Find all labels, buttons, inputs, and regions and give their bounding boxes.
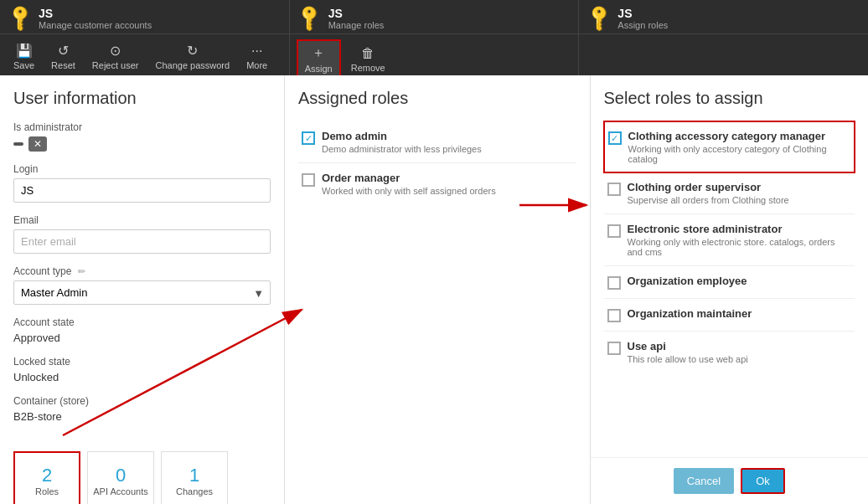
change-pw-icon: ↻ <box>187 43 198 59</box>
reset-button[interactable]: ↺ Reset <box>44 39 82 74</box>
list-item: Use api This role allow to use web api <box>604 332 855 373</box>
app-name-middle: JS <box>328 7 385 20</box>
app-subtitle-middle: Manage roles <box>328 20 385 30</box>
role-name-r1: Clothing order supervisor <box>628 181 852 193</box>
role-desc-r2: Working only with electronic store. cata… <box>628 237 852 257</box>
list-item: Electronic store administrator Working o… <box>604 214 855 266</box>
assign-label: Assign <box>305 64 333 74</box>
roles-label: Roles <box>35 486 59 496</box>
app-subtitle-right: Assign roles <box>617 20 668 30</box>
container-label: Container (store) <box>13 395 271 407</box>
reject-icon: ⊙ <box>110 43 121 59</box>
changes-label: Changes <box>176 486 213 496</box>
app-name-left: JS <box>39 7 152 20</box>
header-text-middle: JS Manage roles <box>328 7 385 30</box>
login-field: Login <box>13 163 271 203</box>
roles-count: 2 <box>42 465 52 486</box>
list-item: Clothing accessory category manager Work… <box>603 121 856 173</box>
list-item: Organization maintainer <box>604 299 855 332</box>
save-label: Save <box>13 60 34 70</box>
role-info-r5: Use api This role allow to use web api <box>628 340 852 364</box>
roles-tile[interactable]: 2 Roles <box>13 451 80 504</box>
remove-button[interactable]: 🗑 Remove <box>344 43 392 76</box>
app-subtitle-left: Manage customer accounts <box>39 20 152 30</box>
save-icon: 💾 <box>16 43 33 59</box>
role-desc-r1: Supervise all orders from Clothing store <box>628 195 852 205</box>
reject-user-button[interactable]: ⊙ Reject user <box>85 39 146 74</box>
changes-tile[interactable]: 1 Changes <box>161 451 228 504</box>
panel-middle: Assigned roles Demo admin Demo administr… <box>285 75 591 504</box>
account-type-label: Account type ✏ <box>13 265 271 277</box>
locked-state-field: Locked state Unlocked <box>13 356 271 383</box>
email-label: Email <box>13 214 271 226</box>
role-checkbox-0[interactable] <box>302 131 315 145</box>
role-checkbox-r2[interactable] <box>607 224 621 238</box>
header-text-left: JS Manage customer accounts <box>39 7 152 30</box>
toolbar-left: 💾 Save ↺ Reset ⊙ Reject user ↻ Change pa… <box>0 34 289 79</box>
assign-button[interactable]: ＋ Assign <box>297 39 341 79</box>
api-accounts-tile[interactable]: 0 API Accounts <box>87 451 154 504</box>
ok-button[interactable]: Ok <box>741 468 785 494</box>
email-field: Email <box>13 214 271 254</box>
locked-state-label: Locked state <box>13 356 271 368</box>
email-input[interactable] <box>13 229 271 254</box>
role-checkbox-r1[interactable] <box>607 183 621 196</box>
list-item: Organization employee <box>604 266 855 299</box>
role-info-r1: Clothing order supervisor Supervise all … <box>628 181 852 205</box>
role-name-r4: Organization maintainer <box>628 307 852 320</box>
remove-label: Remove <box>351 63 385 73</box>
panel-footer: Cancel Ok <box>591 457 869 504</box>
is-admin-field: Is administrator ✕ <box>13 121 271 152</box>
role-info-0: Demo admin Demo administrator with less … <box>322 130 573 154</box>
role-checkbox-r4[interactable] <box>607 309 621 322</box>
header-title-middle: 🔑 JS Manage roles <box>290 0 579 34</box>
middle-panel-title: Assigned roles <box>298 89 576 108</box>
main-wrapper: User information Is administrator ✕ Logi… <box>0 75 868 504</box>
role-checkbox-r3[interactable] <box>607 276 621 290</box>
reject-label: Reject user <box>92 60 139 70</box>
more-button[interactable]: ··· More <box>240 40 274 74</box>
panel-left: User information Is administrator ✕ Logi… <box>0 75 285 504</box>
toggle-x-button[interactable]: ✕ <box>28 136 47 152</box>
cancel-button[interactable]: Cancel <box>674 468 734 494</box>
role-name-r2: Electronic store administrator <box>628 223 852 235</box>
role-info-r3: Organization employee <box>628 275 852 287</box>
header-title-right: 🔑 JS Assign roles <box>579 0 868 34</box>
role-desc-r0: Working with only accestory category of … <box>628 144 851 164</box>
role-checkbox-r5[interactable] <box>607 342 621 355</box>
tiles-row: 2 Roles 0 API Accounts 1 Changes <box>13 435 271 504</box>
locked-state-value: Unlocked <box>13 371 271 383</box>
role-name-r3: Organization employee <box>628 275 852 287</box>
login-input[interactable] <box>13 178 271 203</box>
role-name-0: Demo admin <box>322 130 573 142</box>
change-password-button[interactable]: ↻ Change password <box>148 39 236 74</box>
header-bar: 🔑 JS Manage customer accounts 💾 Save ↺ R… <box>0 0 868 75</box>
right-panel-title: Select roles to assign <box>604 89 855 108</box>
role-checkbox-1[interactable] <box>302 173 315 187</box>
role-info-r2: Electronic store administrator Working o… <box>628 223 852 257</box>
right-panel-wrapper: Select roles to assign Clothing accessor… <box>591 75 869 504</box>
more-label: More <box>246 60 267 70</box>
list-item: Demo admin Demo administrator with less … <box>298 121 576 163</box>
role-desc-0: Demo administrator with less privileges <box>322 144 573 154</box>
more-icon: ··· <box>251 44 262 59</box>
key-icon-right: 🔑 <box>587 7 611 30</box>
remove-icon: 🗑 <box>361 46 375 61</box>
header-section-left: 🔑 JS Manage customer accounts 💾 Save ↺ R… <box>0 0 290 75</box>
account-type-select[interactable]: Master Admin <box>13 280 271 305</box>
container-value: B2B-store <box>13 410 271 423</box>
toggle-off-button[interactable] <box>13 142 23 146</box>
container-field: Container (store) B2B-store <box>13 395 271 423</box>
role-desc-1: Worked with only with self assigned orde… <box>322 186 573 196</box>
role-name-1: Order manager <box>322 172 573 184</box>
header-title-left: 🔑 JS Manage customer accounts <box>0 0 289 34</box>
account-state-label: Account state <box>13 316 271 328</box>
reset-label: Reset <box>51 60 75 70</box>
app-name-right: JS <box>617 7 668 20</box>
account-type-edit-icon[interactable]: ✏ <box>78 266 85 276</box>
login-label: Login <box>13 163 271 175</box>
role-checkbox-r0[interactable] <box>608 131 622 145</box>
left-panel-title: User information <box>13 89 271 108</box>
changes-count: 1 <box>189 465 199 486</box>
save-button[interactable]: 💾 Save <box>7 39 41 74</box>
